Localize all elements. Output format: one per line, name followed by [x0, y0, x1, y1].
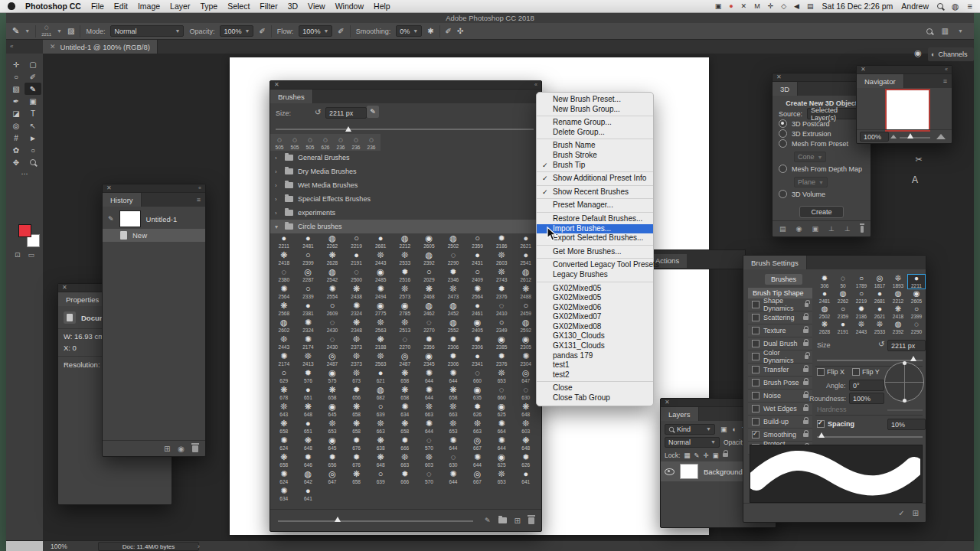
- tip-item[interactable]: ◍2502: [815, 305, 834, 320]
- create-new-brush-icon[interactable]: ⊞: [913, 509, 919, 517]
- menu-item-gx02mixed05[interactable]: GX02Mixed05: [537, 293, 653, 303]
- brush-grid-item[interactable]: ❋648: [296, 402, 321, 419]
- brush-grid-item[interactable]: ✺644: [441, 368, 466, 385]
- new-snapshot-icon[interactable]: ◉: [178, 445, 185, 453]
- crop-tool[interactable]: #: [8, 132, 24, 144]
- brush-grid-item[interactable]: ●651: [296, 385, 321, 402]
- brush-grid-item[interactable]: ●2431: [466, 250, 490, 267]
- apple-menu-icon[interactable]: [8, 2, 15, 10]
- brush-grid-item[interactable]: ✺644: [489, 435, 514, 452]
- setting-scattering[interactable]: Scattering: [748, 311, 812, 324]
- checkbox-icon[interactable]: [752, 340, 760, 347]
- brush-grid-item[interactable]: ●2341: [466, 351, 490, 368]
- brush-preset-picker[interactable]: ◌ 2211: [41, 24, 51, 37]
- brush-grid-item[interactable]: ❊603: [417, 452, 442, 469]
- brush-grid-item[interactable]: ✹666: [393, 469, 417, 486]
- brush-grid-item[interactable]: ✺2564: [466, 284, 490, 301]
- m-app-icon[interactable]: M: [754, 2, 760, 10]
- checkbox-icon[interactable]: [752, 327, 760, 334]
- lock-artboard-icon[interactable]: ▣: [713, 452, 719, 459]
- brush-grid-item[interactable]: ○629: [272, 368, 296, 385]
- brush-grid-item[interactable]: ◉2405: [466, 318, 490, 334]
- brush-size-field[interactable]: 2211 px: [325, 107, 367, 119]
- tab-history[interactable]: History: [103, 193, 142, 207]
- tab-navigator[interactable]: Navigator: [857, 74, 904, 88]
- menu-item-get-more-brushes[interactable]: Get More Brushes...: [537, 247, 653, 257]
- checkbox-icon[interactable]: [752, 418, 760, 425]
- xscope-icon[interactable]: ✕: [741, 2, 747, 10]
- menu-item-brush-stroke[interactable]: Brush Stroke: [537, 151, 653, 161]
- brush-grid-item[interactable]: ✹2376: [489, 351, 514, 368]
- brush-grid-item[interactable]: ❊2373: [345, 334, 369, 351]
- brush-grid-item[interactable]: ◉2305: [514, 334, 538, 351]
- lock-transparent-icon[interactable]: ▦: [684, 452, 690, 459]
- brush-grid-item[interactable]: ○2339: [296, 284, 321, 301]
- tip-item[interactable]: ●2191: [834, 320, 852, 335]
- radio-icon[interactable]: [779, 165, 787, 173]
- brushes-button[interactable]: Brushes: [765, 274, 802, 285]
- brush-grid-item[interactable]: ✹2346: [441, 267, 466, 284]
- brush-grid-item[interactable]: ✺644: [417, 385, 442, 402]
- clone-stamp-tool[interactable]: ▣: [24, 95, 41, 107]
- brush-grid-item[interactable]: ◎667: [466, 435, 490, 452]
- edit-toolbar-icon[interactable]: ⋯: [6, 170, 43, 178]
- brush-grid-item[interactable]: ❋658: [345, 419, 369, 435]
- brush-grid-item[interactable]: ○2029: [417, 267, 442, 284]
- brush-grid-item[interactable]: ◌630: [441, 452, 466, 469]
- pen-tool[interactable]: ✒: [8, 95, 24, 107]
- tip-item[interactable]: ❋2418: [889, 305, 907, 320]
- brush-grid-item[interactable]: ❋658: [320, 385, 345, 402]
- brush-grid-item[interactable]: ❊2563: [368, 318, 393, 334]
- menu-item-rename-group[interactable]: Rename Group...: [537, 118, 653, 128]
- marquee-tool[interactable]: ▢: [24, 58, 41, 70]
- brush-grid-item[interactable]: ◌2500: [345, 267, 369, 284]
- brush-grid-item[interactable]: ◍2592: [514, 318, 538, 334]
- foreground-color-swatch[interactable]: [18, 224, 31, 237]
- brush-grid-item[interactable]: ❋678: [272, 385, 296, 402]
- menu-item-test1[interactable]: test1: [537, 360, 653, 370]
- screenshot-icon[interactable]: ▣: [715, 2, 722, 10]
- tab-properties[interactable]: Properties: [58, 292, 107, 306]
- brush-grid-item[interactable]: ❋2628: [320, 250, 345, 267]
- reset-size-icon[interactable]: ↺: [878, 340, 884, 348]
- lock-icon[interactable]: [805, 303, 808, 307]
- quick-mask-icon[interactable]: ⊡: [15, 251, 21, 259]
- tip-item[interactable]: ◌2290: [907, 320, 926, 335]
- menu-item-preset-manager[interactable]: Preset Manager...: [537, 201, 653, 210]
- recent-brush-item[interactable]: ◌236: [348, 135, 364, 150]
- brush-grid-item[interactable]: ❋658: [393, 368, 417, 385]
- recent-brush-item[interactable]: ◌236: [333, 135, 348, 150]
- brush-grid-item[interactable]: ◌2430: [320, 318, 345, 334]
- angle-field[interactable]: 0°: [849, 380, 884, 391]
- brush-grid-item[interactable]: ❋2418: [272, 250, 296, 267]
- tip-item[interactable]: ○2359: [834, 305, 852, 320]
- tab-brush-settings[interactable]: Brush Settings: [743, 256, 807, 269]
- brush-grid-item[interactable]: ◌2430: [320, 334, 345, 351]
- menu-item-brush-name[interactable]: Brush Name: [537, 141, 653, 151]
- brush-grid-item[interactable]: ✹656: [320, 452, 345, 469]
- tip-item[interactable]: ●2211: [907, 274, 926, 289]
- menu-3d[interactable]: 3D: [288, 2, 298, 11]
- brush-grid-item[interactable]: ❋2188: [368, 334, 393, 351]
- brush-grid-item[interactable]: ◌2380: [272, 267, 296, 284]
- constraint-icon[interactable]: ⊥: [844, 225, 851, 233]
- mode-select[interactable]: Normal▼: [110, 25, 184, 37]
- brush-grid-item[interactable]: ◉635: [466, 385, 490, 402]
- brush-grid-item[interactable]: ◉2775: [368, 301, 393, 318]
- blend-mode-select[interactable]: Normal▼: [665, 437, 720, 448]
- setting-wet-edges[interactable]: Wet Edges: [748, 403, 812, 416]
- brush-grid-item[interactable]: ○639: [368, 402, 393, 419]
- mesh-icon[interactable]: ⊥: [828, 225, 835, 233]
- recent-brush-item[interactable]: ◌505: [287, 135, 302, 150]
- recent-brush-item[interactable]: ◌236: [364, 135, 379, 150]
- menu-item-gx130-clouds[interactable]: GX130_Clouds: [537, 331, 653, 341]
- filter-scene-icon[interactable]: ▤: [779, 225, 786, 233]
- brush-grid-item[interactable]: ◌2270: [393, 334, 417, 351]
- tip-item[interactable]: ❊2533: [871, 320, 889, 335]
- brush-grid-item[interactable]: ◌660: [489, 385, 514, 402]
- smoothing-select[interactable]: 0%▼: [396, 25, 422, 37]
- brush-grid-item[interactable]: ●2481: [296, 233, 321, 250]
- menu-window[interactable]: Window: [335, 2, 364, 11]
- collapse-panel-icon[interactable]: «: [198, 184, 201, 192]
- brush-grid-item[interactable]: ◎647: [320, 469, 345, 486]
